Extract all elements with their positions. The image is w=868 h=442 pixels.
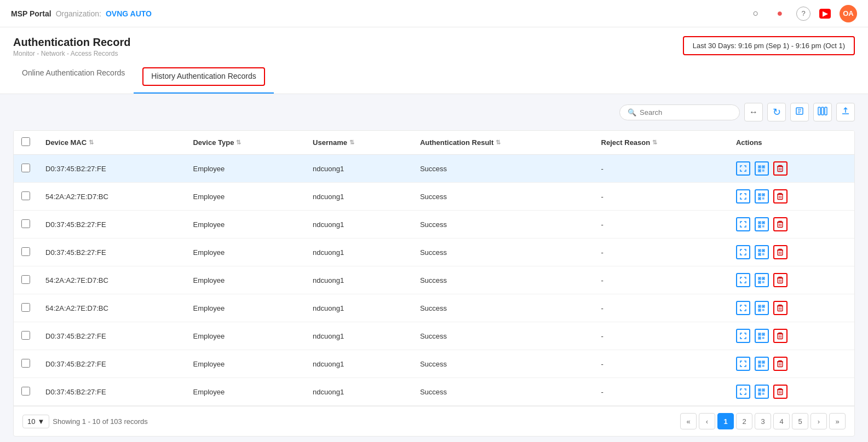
row-checkbox-cell[interactable] xyxy=(14,322,38,350)
page-4-btn[interactable]: 4 xyxy=(773,413,790,429)
tab-history[interactable]: History Authentication Records xyxy=(134,64,273,94)
expand-row-btn[interactable] xyxy=(736,161,750,176)
page-1-btn[interactable]: 1 xyxy=(717,413,734,429)
page-5-btn[interactable]: 5 xyxy=(792,413,808,429)
prev-page-btn[interactable]: ‹ xyxy=(699,413,715,429)
search-nav-icon[interactable]: ○ xyxy=(748,6,763,21)
expand-btn[interactable]: ↔ xyxy=(744,103,763,121)
row-checkbox[interactable] xyxy=(21,303,30,312)
expand-row-btn[interactable] xyxy=(736,329,750,343)
delete-btn[interactable] xyxy=(773,329,787,343)
cell-mac: D0:37:45:B2:27:FE xyxy=(38,155,185,183)
expand-row-btn[interactable] xyxy=(736,301,750,315)
export-btn[interactable] xyxy=(836,103,855,121)
expand-row-btn[interactable] xyxy=(736,245,750,259)
tab-online[interactable]: Online Authentication Records xyxy=(13,64,134,94)
last-page-btn[interactable]: » xyxy=(829,413,846,429)
youtube-icon[interactable]: ▶ xyxy=(819,9,831,19)
page-3-btn[interactable]: 3 xyxy=(755,413,771,429)
row-checkbox-cell[interactable] xyxy=(14,211,38,239)
qr-btn[interactable] xyxy=(755,357,769,371)
qr-btn[interactable] xyxy=(755,329,769,343)
cell-username: ndcuong1 xyxy=(305,266,412,294)
refresh-btn[interactable]: ↻ xyxy=(767,103,786,121)
delete-btn[interactable] xyxy=(773,385,787,399)
expand-row-btn[interactable] xyxy=(736,273,750,287)
delete-btn[interactable] xyxy=(773,161,787,176)
row-checkbox[interactable] xyxy=(21,387,30,396)
svg-rect-54 xyxy=(762,253,763,254)
svg-rect-117 xyxy=(763,389,764,391)
filter-result-icon[interactable]: ⇅ xyxy=(496,139,501,146)
expand-icon: ↔ xyxy=(749,107,758,117)
delete-btn[interactable] xyxy=(773,245,787,259)
row-checkbox-cell[interactable] xyxy=(14,350,38,378)
row-checkbox-cell[interactable] xyxy=(14,183,38,211)
row-checkbox[interactable] xyxy=(21,247,30,256)
qr-btn[interactable] xyxy=(755,189,769,203)
qr-btn[interactable] xyxy=(755,385,769,399)
cell-reason: - xyxy=(594,155,728,183)
cell-username: ndcuong1 xyxy=(305,378,412,406)
delete-btn[interactable] xyxy=(773,189,787,203)
columns-icon xyxy=(818,107,827,118)
col-device-mac: Device MAC ⇅ xyxy=(38,131,185,155)
svg-rect-58 xyxy=(778,251,783,255)
qr-btn[interactable] xyxy=(755,273,769,287)
expand-row-btn[interactable] xyxy=(736,385,750,399)
first-page-btn[interactable]: « xyxy=(680,413,697,429)
row-checkbox-cell[interactable] xyxy=(14,378,38,406)
svg-rect-44 xyxy=(763,226,764,228)
expand-row-btn[interactable] xyxy=(736,357,750,371)
date-range-box[interactable]: Last 30 Days: 9:16 pm (Sep 1) - 9:16 pm … xyxy=(683,36,855,55)
select-all-cell[interactable] xyxy=(14,131,38,155)
search-input[interactable] xyxy=(640,108,732,117)
cell-result: Success xyxy=(412,378,594,406)
delete-btn[interactable] xyxy=(773,273,787,287)
row-checkbox[interactable] xyxy=(21,219,30,228)
edit-btn[interactable] xyxy=(790,103,809,121)
expand-row-btn[interactable] xyxy=(736,217,750,231)
delete-btn[interactable] xyxy=(773,301,787,315)
org-name[interactable]: OVNG AUTO xyxy=(106,9,152,18)
delete-btn[interactable] xyxy=(773,217,787,231)
qr-btn[interactable] xyxy=(755,245,769,259)
per-page-dropdown[interactable]: 10 ▼ xyxy=(22,415,49,428)
row-checkbox[interactable] xyxy=(21,275,30,284)
filter-username-icon[interactable]: ⇅ xyxy=(349,139,354,146)
row-checkbox-cell[interactable] xyxy=(14,239,38,266)
page-2-btn[interactable]: 2 xyxy=(736,413,752,429)
bell-icon[interactable]: ● xyxy=(772,6,787,21)
filter-type-icon[interactable]: ⇅ xyxy=(236,139,241,146)
next-page-btn[interactable]: › xyxy=(810,413,827,429)
qr-btn[interactable] xyxy=(755,217,769,231)
cell-actions xyxy=(728,350,854,378)
avatar[interactable]: OA xyxy=(840,5,857,22)
row-checkbox-cell[interactable] xyxy=(14,155,38,183)
cell-reason: - xyxy=(594,183,728,211)
cell-result: Success xyxy=(412,155,594,183)
row-checkbox-cell[interactable] xyxy=(14,294,38,322)
cell-actions xyxy=(728,266,854,294)
cell-result: Success xyxy=(412,322,594,350)
select-all-checkbox[interactable] xyxy=(21,137,30,146)
row-checkbox[interactable] xyxy=(21,331,30,340)
cell-actions xyxy=(728,378,854,406)
cell-result: Success xyxy=(412,183,594,211)
filter-reason-icon[interactable]: ⇅ xyxy=(652,139,657,146)
filter-mac-icon[interactable]: ⇅ xyxy=(89,139,94,146)
qr-btn[interactable] xyxy=(755,301,769,315)
row-checkbox-cell[interactable] xyxy=(14,266,38,294)
columns-btn[interactable] xyxy=(813,103,832,121)
row-checkbox[interactable] xyxy=(21,359,30,368)
svg-rect-69 xyxy=(762,282,763,283)
help-icon[interactable]: ? xyxy=(796,7,810,21)
expand-row-btn[interactable] xyxy=(736,189,750,203)
row-checkbox[interactable] xyxy=(21,191,30,200)
svg-rect-13 xyxy=(763,166,764,167)
row-checkbox[interactable] xyxy=(21,164,30,172)
col-device-type: Device Type ⇅ xyxy=(185,131,305,155)
delete-btn[interactable] xyxy=(773,357,787,371)
search-box[interactable]: 🔍 xyxy=(619,104,740,120)
qr-btn[interactable] xyxy=(755,161,769,176)
